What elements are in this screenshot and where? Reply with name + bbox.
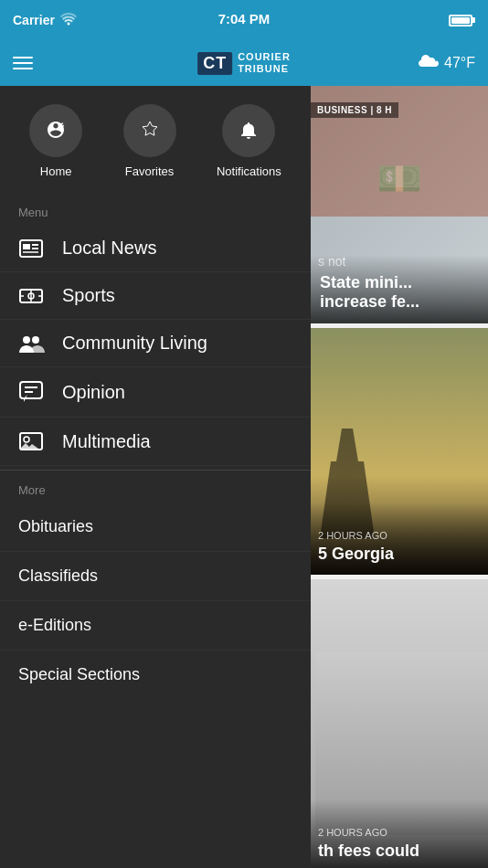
nav-favorites[interactable]: Favorites [123, 104, 176, 178]
local-news-label: Local News [62, 238, 156, 259]
nav-notifications[interactable]: Notifications [217, 104, 281, 178]
favorites-label: Favorites [125, 164, 174, 178]
svg-rect-12 [20, 382, 42, 398]
menu-item-sports[interactable]: Sports [0, 272, 311, 320]
sports-label: Sports [62, 285, 115, 306]
svg-rect-1 [23, 244, 30, 249]
home-icon-circle [29, 104, 82, 157]
menu-item-local-news[interactable]: Local News [0, 225, 311, 272]
card3-badge: 2 HOURS AGO [318, 827, 481, 838]
more-item-classifieds[interactable]: Classifieds [0, 552, 311, 601]
app-logo: CT COURIER TRIBUNE [197, 51, 291, 75]
nav-icons-row: Home Favorites Notifications [0, 86, 311, 193]
sidebar: Home Favorites Notifications [0, 86, 311, 868]
nav-home[interactable]: Home [29, 104, 82, 178]
news-card-middle[interactable]: 2 HOURS AGO 5 Georgia [311, 328, 488, 575]
multimedia-icon [16, 430, 46, 452]
more-item-e-editions[interactable]: e-Editions [0, 601, 311, 651]
more-item-special-sections[interactable]: Special Sections [0, 651, 311, 699]
menu-section-label: Menu [0, 193, 311, 225]
app-header: CT COURIER TRIBUNE 47°F [0, 40, 488, 86]
card2-title: 5 Georgia [318, 545, 481, 564]
menu-item-community-living[interactable]: Community Living [0, 320, 311, 367]
more-item-obituaries[interactable]: Obituaries [0, 503, 311, 552]
opinion-icon [16, 380, 46, 404]
menu-button[interactable] [13, 57, 33, 69]
menu-item-multimedia[interactable]: Multimedia [0, 418, 311, 466]
notifications-icon-circle [222, 104, 275, 157]
news-card-top[interactable]: BUSINESS | 8 H 💵 s not State mini... inc… [311, 86, 488, 323]
status-bar: Carrier 7:04 PM [0, 0, 488, 40]
temperature-label: 47°F [444, 55, 475, 71]
sports-icon [16, 286, 46, 306]
news-card-bottom[interactable]: 2 HOURS AGO th fees could [311, 579, 488, 868]
logo-full-name: COURIER TRIBUNE [238, 51, 291, 75]
carrier-label: Carrier [13, 13, 55, 27]
main-container: Home Favorites Notifications [0, 86, 488, 868]
svg-point-11 [32, 336, 39, 344]
home-label: Home [40, 164, 72, 178]
wifi-icon [60, 13, 77, 28]
local-news-icon [16, 238, 46, 259]
card1-badge: BUSINESS | 8 H [311, 102, 398, 118]
multimedia-label: Multimedia [62, 431, 151, 452]
status-time: 7:04 PM [218, 11, 271, 26]
community-living-icon [16, 333, 46, 354]
cloud-icon [418, 53, 440, 73]
community-living-label: Community Living [62, 333, 207, 354]
weather-display: 47°F [418, 53, 475, 73]
more-section-label: More [0, 470, 311, 503]
opinion-label: Opinion [62, 382, 125, 403]
svg-point-10 [23, 336, 30, 344]
card3-title: th fees could [318, 842, 481, 861]
menu-item-opinion[interactable]: Opinion [0, 367, 311, 418]
notifications-label: Notifications [217, 164, 281, 178]
content-area: BUSINESS | 8 H 💵 s not State mini... inc… [311, 86, 488, 868]
card2-badge: 2 HOURS AGO [318, 530, 481, 541]
logo-ct-badge: CT [197, 52, 232, 75]
svg-point-17 [24, 437, 29, 442]
card1-title: State mini... increase fe... [311, 255, 488, 323]
favorites-icon-circle [123, 104, 176, 157]
status-left: Carrier [13, 13, 77, 28]
status-right [449, 15, 475, 26]
battery-icon [449, 15, 472, 26]
